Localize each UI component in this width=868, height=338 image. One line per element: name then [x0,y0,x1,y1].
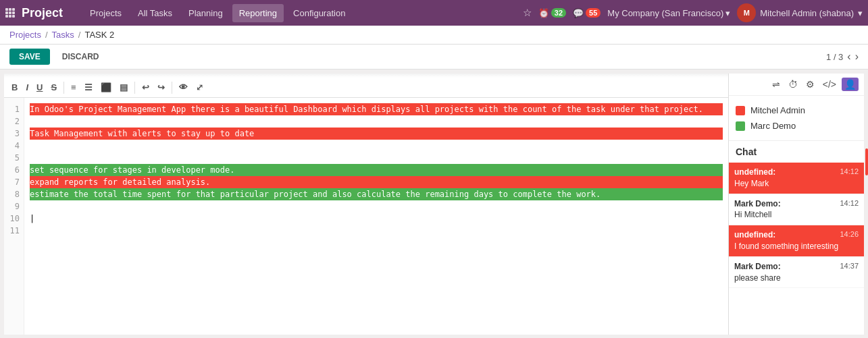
chat-text-3: I found something interesting [734,241,859,252]
assignees-section: Mitchel Admin Marc Demo [729,96,864,141]
chat-sender-2: Mark Demo: [734,198,781,210]
notifications-btn[interactable]: ⏰ 32 [538,8,566,18]
align-right-button[interactable]: ▤ [116,80,131,94]
unordered-list-button[interactable]: ☰ [81,80,96,94]
strikethrough-button[interactable]: S [47,80,60,94]
code-line-11 [30,225,723,237]
editor-area: B I U S ≡ ☰ ⬛ ▤ ↩ ↪ 👁 ⤢ 1 2 3 4 5 6 [4,74,729,335]
prev-page-button[interactable]: ‹ [847,51,850,63]
chat-meta-4: Mark Demo: 14:37 [734,261,859,273]
nav-configuration[interactable]: Configuration [286,4,352,22]
nav-all-tasks[interactable]: All Tasks [131,4,179,22]
app-grid-icon[interactable] [5,8,15,18]
columns-icon-button[interactable]: ⇌ [769,78,783,91]
chat-btn[interactable]: 💬 55 [573,8,601,18]
assignee-color-green [736,121,745,131]
discard-button[interactable]: DISCARD [55,49,106,65]
scrollbar-indicator [865,148,868,175]
settings-icon-button[interactable]: ⚙ [803,78,817,91]
breadcrumb-projects[interactable]: Projects [9,30,41,40]
next-page-button[interactable]: › [855,51,859,63]
assignee-mitchel[interactable]: Mitchel Admin [736,103,857,118]
app-name: Project [22,6,63,20]
chat-meta-2: Mark Demo: 14:12 [734,198,859,210]
star-icon[interactable]: ☆ [523,7,532,19]
line-num-5: 5 [8,152,20,164]
line-num-9: 9 [8,200,20,213]
nav-projects[interactable]: Projects [83,4,128,22]
code-line-5 [30,152,723,164]
toolbar-separator3 [172,82,172,94]
notifications-badge: 32 [551,8,566,18]
align-left-button[interactable]: ⬛ [97,80,115,94]
nav-right: ☆ ⏰ 32 💬 55 My Company (San Francisco) ▾… [523,3,863,22]
chat-sender-3: undefined: [734,229,775,241]
eye-button[interactable]: 👁 [176,80,191,94]
company-selector[interactable]: My Company (San Francisco) ▾ [607,8,730,18]
user-menu[interactable]: M Mitchell Admin (shabna) ▾ [737,3,863,22]
right-panel: ⇌ ⏱ ⚙ </> 👤 Mitchel Admin Marc Demo Chat… [729,74,864,335]
undo-button[interactable]: ↩ [138,80,153,94]
chat-message-4: Mark Demo: 14:37 please share [729,257,864,289]
chat-icon: 💬 [573,8,584,18]
breadcrumb-current: TASK 2 [84,30,114,40]
chat-meta-1: undefined: 14:12 [734,167,859,178]
chat-section: Chat undefined: 14:12 Hey Mark Mark Demo… [729,141,864,335]
breadcrumb-sep2: / [78,30,81,40]
line-num-10: 10 [8,213,20,225]
chevron-down-icon: ▾ [725,8,730,18]
bold-button[interactable]: B [8,80,21,94]
chat-sender-4: Mark Demo: [734,261,781,273]
assignee-color-red [736,106,745,115]
line-num-6: 6 [8,164,20,176]
assignee-name-marc: Marc Demo [750,121,796,131]
chat-time-3: 14:26 [840,229,859,240]
code-line-6: set sequence for stages in developer mod… [30,164,723,176]
toolbar-separator2 [134,82,135,94]
activity-icon: ⏰ [538,8,549,18]
code-line-1: In Odoo's Project Management App there i… [30,103,723,115]
italic-button[interactable]: I [22,80,32,94]
line-num-11: 11 [8,225,20,237]
code-line-9 [30,200,723,213]
chat-message-3: undefined: 14:26 I found something inter… [729,225,864,257]
code-content[interactable]: In Odoo's Project Management App there i… [24,98,728,335]
nav-planning[interactable]: Planning [182,4,230,22]
chat-text-4: please share [734,273,859,284]
toolbar-separator [63,82,64,94]
chat-message-2: Mark Demo: 14:12 Hi Mitchell [729,194,864,226]
code-line-2 [30,115,723,128]
code-editor[interactable]: 1 2 3 4 5 6 7 8 9 10 11 In Odoo's Projec… [4,98,728,335]
line-num-3: 3 [8,128,20,140]
line-num-8: 8 [8,188,20,200]
pagination: 1 / 3 ‹ › [826,51,859,63]
action-bar: SAVE DISCARD 1 / 3 ‹ › [0,45,868,69]
avatar-icon-button[interactable]: 👤 [842,78,859,91]
chat-meta-3: undefined: 14:26 [734,229,859,241]
breadcrumb-tasks[interactable]: Tasks [52,30,74,40]
expand-button[interactable]: ⤢ [193,80,207,94]
save-button[interactable]: SAVE [9,49,50,65]
chat-text-1: Hey Mark [734,178,859,190]
rpanel-toolbar: ⇌ ⏱ ⚙ </> 👤 [729,74,864,96]
chevron-down-icon: ▾ [858,8,863,18]
code-icon-button[interactable]: </> [820,78,839,91]
assignee-name-mitchel: Mitchel Admin [750,105,805,115]
company-name: My Company (San Francisco) [607,8,723,18]
user-name: Mitchell Admin (shabna) [760,8,854,18]
chat-sender-1: undefined: [734,167,775,178]
breadcrumb: Projects / Tasks / TASK 2 [0,26,868,45]
ordered-list-button[interactable]: ≡ [68,80,80,94]
line-num-2: 2 [8,115,20,128]
editor-toolbar: B I U S ≡ ☰ ⬛ ▤ ↩ ↪ 👁 ⤢ [4,78,728,98]
code-line-10: | [30,213,723,225]
chat-badge: 55 [586,8,601,18]
chat-message-1: undefined: 14:12 Hey Mark [729,163,864,194]
redo-button[interactable]: ↪ [154,80,168,94]
underline-button[interactable]: U [33,80,46,94]
line-num-1: 1 [8,103,20,115]
assignee-marc[interactable]: Marc Demo [736,118,857,134]
line-numbers: 1 2 3 4 5 6 7 8 9 10 11 [4,98,24,335]
nav-reporting[interactable]: Reporting [232,4,284,22]
clock-icon-button[interactable]: ⏱ [786,78,800,91]
